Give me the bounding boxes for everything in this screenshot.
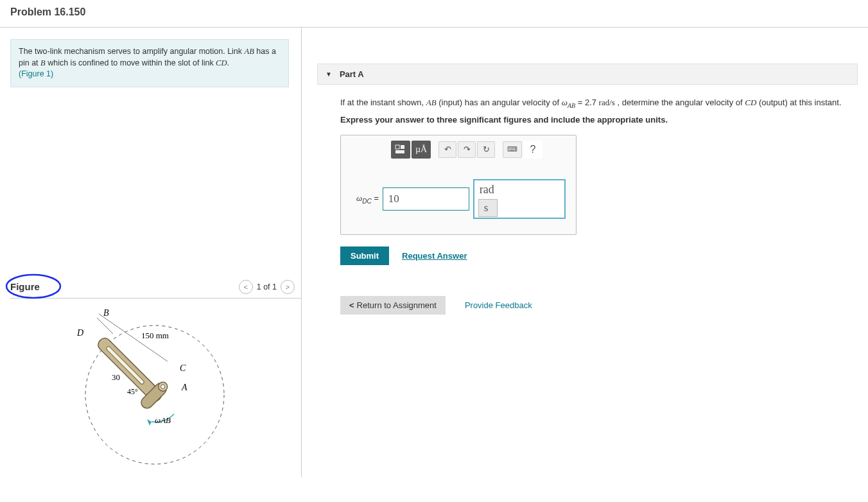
value-input[interactable] xyxy=(383,187,469,211)
feedback-link[interactable]: Provide Feedback xyxy=(465,300,532,310)
svg-text:B: B xyxy=(103,308,109,318)
units-input[interactable]: rad s xyxy=(473,179,566,219)
chevron-left-icon: < xyxy=(349,300,354,310)
pager-text: 1 of 1 xyxy=(257,282,277,291)
svg-text:ωAB: ωAB xyxy=(155,415,171,425)
figure-section: Figure < 1 of 1 > xyxy=(10,280,301,465)
right-column: ▼ Part A If at the instant shown, AB (in… xyxy=(302,28,868,477)
help-button[interactable]: ? xyxy=(523,141,542,159)
reset-button[interactable]: ↻ xyxy=(477,141,495,158)
figure-diagram: B D 150 mm C A 30 45° ωAB xyxy=(68,305,235,465)
undo-button[interactable]: ↶ xyxy=(438,141,456,158)
question-text: If at the instant shown, AB (input) has … xyxy=(340,96,858,111)
svg-line-18 xyxy=(97,318,113,334)
svg-text:D: D xyxy=(76,328,83,338)
svg-rect-22 xyxy=(395,150,404,153)
unit-numerator[interactable]: rad xyxy=(474,180,564,199)
problem-prompt: The two-link mechanism serves to amplify… xyxy=(10,39,289,87)
svg-text:45°: 45° xyxy=(127,387,138,396)
units-button[interactable]: µÅ xyxy=(412,141,431,159)
instructions: Express your answer to three significant… xyxy=(340,115,858,125)
svg-text:A: A xyxy=(181,383,187,392)
pager-prev-button[interactable]: < xyxy=(239,280,253,294)
templates-button[interactable] xyxy=(391,141,410,159)
svg-text:30: 30 xyxy=(112,372,120,382)
return-button[interactable]: < Return to Assignment xyxy=(340,296,446,315)
part-a-title: Part A xyxy=(340,69,364,79)
answer-widget: µÅ ↶ ↷ ↻ ⌨ ? ωDC = rad s xyxy=(340,135,577,235)
figure-link[interactable]: (Figure 1) xyxy=(19,69,53,78)
keyboard-button[interactable]: ⌨ xyxy=(503,141,522,158)
figure-pager: < 1 of 1 > xyxy=(239,280,295,294)
svg-text:C: C xyxy=(180,363,186,373)
collapse-icon[interactable]: ▼ xyxy=(326,71,332,78)
submit-button[interactable]: Submit xyxy=(340,247,389,265)
svg-rect-21 xyxy=(401,145,404,149)
problem-title: Problem 16.150 xyxy=(10,6,858,18)
part-a-header[interactable]: ▼ Part A xyxy=(317,64,858,85)
pager-next-button[interactable]: > xyxy=(281,280,295,294)
unit-denominator[interactable]: s xyxy=(478,199,498,217)
answer-toolbar: µÅ ↶ ↷ ↻ ⌨ ? xyxy=(341,135,576,164)
redo-button[interactable]: ↷ xyxy=(458,141,476,158)
svg-rect-20 xyxy=(395,145,399,149)
figure-title: Figure xyxy=(10,281,40,292)
left-column: The two-link mechanism serves to amplify… xyxy=(0,28,302,477)
svg-marker-9 xyxy=(147,419,152,426)
answer-label: ωDC = xyxy=(356,193,379,205)
request-answer-link[interactable]: Request Answer xyxy=(402,251,467,261)
problem-header: Problem 16.150 xyxy=(0,0,868,28)
svg-text:150 mm: 150 mm xyxy=(141,331,169,340)
